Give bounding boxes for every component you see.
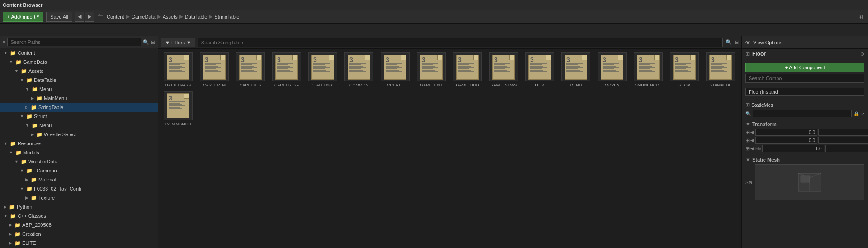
file-icon: 3: [275, 55, 298, 80]
file-item-onlinemode[interactable]: 3 ONLINEMODE: [632, 52, 665, 88]
expand-icon: ▼: [4, 212, 8, 220]
file-icon: 3: [384, 55, 406, 80]
rotation-y-field[interactable]: [818, 137, 868, 144]
file-item-career_sf[interactable]: 3 CAREER_SF: [270, 52, 303, 88]
location-y-field[interactable]: [818, 129, 868, 136]
sidebar-item-datatable[interactable]: ▼ 📁 DataTable: [0, 76, 158, 85]
expand-icon: ▼: [9, 148, 13, 157]
sidebar-item-wrestlerselect[interactable]: ▶ 📁 WrestlerSelect: [0, 130, 158, 139]
sidebar-item-mainmenu[interactable]: ▶ 📁 MainMenu: [0, 94, 158, 103]
search-paths-input[interactable]: [7, 38, 141, 46]
file-icon-wrap: 3: [381, 52, 410, 81]
sidebar-item-stringtable[interactable]: ▷ 📁 StringTable: [0, 103, 158, 112]
scale-x-field[interactable]: [762, 145, 824, 152]
file-item-stampede[interactable]: 3 STAMPEDE: [704, 52, 737, 88]
sidebar-item-elite[interactable]: ▶ 📁 ELITE: [0, 238, 158, 248]
file-item-game_ent[interactable]: 3 GAME_ENT: [415, 52, 448, 88]
breadcrumb-content[interactable]: Content: [107, 14, 124, 19]
file-label: STAMPEDE: [710, 83, 732, 88]
file-icon: 3: [492, 55, 515, 80]
view-options-button[interactable]: View Options: [753, 40, 783, 45]
file-icon: 3: [637, 55, 660, 80]
file-icon: 3: [239, 55, 262, 80]
sidebar-item-f0033[interactable]: ▼ 📁 F0033_02_Tay_Conti: [0, 184, 158, 193]
expand-icon: ▼: [4, 139, 8, 148]
expand-icon: ▶: [4, 203, 7, 211]
rotation-icon: ⊞: [745, 138, 750, 143]
location-x-field[interactable]: [755, 129, 817, 136]
transform-label: Transform: [752, 121, 777, 127]
sidebar-item-gamedata[interactable]: ▼ 📁 GameData: [0, 57, 158, 67]
breadcrumb-datatable[interactable]: DataTable: [185, 14, 208, 19]
expand-icon: ▶: [31, 130, 34, 138]
sidebar-item-creation[interactable]: ▶ 📁 Creation: [0, 229, 158, 238]
sidebar-item-python[interactable]: ▶ 📁 Python: [0, 202, 158, 211]
file-label: CAREER_M: [203, 83, 226, 88]
grid-view-button[interactable]: ⊞: [856, 12, 865, 21]
sidebar-item-texture[interactable]: ▶ 📁 Texture: [0, 193, 158, 202]
sidebar-item-wrestlerdata[interactable]: ▼ 📁 WrestlerData: [0, 157, 158, 166]
add-import-button[interactable]: + Add/Import ▾: [3, 12, 43, 22]
sidebar-item-material[interactable]: ▶ 📁 Material: [0, 175, 158, 184]
sidebar-item-struct[interactable]: ▼ 📁 Struct: [0, 112, 158, 121]
content-search-input[interactable]: [198, 38, 723, 47]
file-icon-wrap: 3: [670, 52, 699, 81]
file-item-career_s[interactable]: 3 CAREER_S: [234, 52, 267, 88]
file-item-challenge[interactable]: 3 CHALLENGE: [307, 52, 339, 88]
sidebar-item-menu2[interactable]: ▼ 📁 Menu: [0, 121, 158, 130]
breadcrumb: Content ▶ GameData ▶ Assets ▶ DataTable …: [107, 14, 239, 19]
save-all-button[interactable]: Save All: [46, 12, 72, 22]
main-content: ≡ 🔍 ⊟ ▼ 📁 Content ▼ 📁 GameData ▼ 📁: [0, 36, 868, 248]
file-item-career_m[interactable]: 3 CAREER_M: [198, 52, 231, 88]
sidebar-item-cplusplus[interactable]: ▼ 📁 C++ Classes: [0, 211, 158, 220]
file-item-create[interactable]: 3 CREATE: [379, 52, 411, 88]
file-item-menu[interactable]: 3 MENU: [560, 52, 592, 88]
static-mesh-section: ▼ Static Mesh Sta: [742, 155, 868, 202]
file-label: GAME_HUD: [456, 83, 479, 88]
file-item-shop[interactable]: 3 SHOP: [668, 52, 701, 88]
scale-y-field[interactable]: [825, 145, 868, 152]
file-icon: 3: [311, 55, 334, 80]
breadcrumb-gamedata[interactable]: GameData: [132, 14, 156, 19]
file-icon: 3: [565, 55, 587, 80]
file-label: CAREER_SF: [274, 83, 299, 88]
file-item-moves[interactable]: 3 MOVES: [596, 52, 628, 88]
file-label: GAME_ENT: [420, 83, 443, 88]
back-button[interactable]: ◀: [75, 12, 84, 22]
expand-icon: ▶: [31, 94, 34, 102]
expand-icon: ▶: [9, 230, 12, 238]
expand-icon: ▶: [25, 176, 28, 184]
collapse-icon2: ▼: [745, 157, 750, 162]
file-icon-wrap: 3: [561, 52, 590, 81]
file-item-game_hud[interactable]: 3 GAME_HUD: [451, 52, 484, 88]
content-filter-bar: ▼ Filters ▼ 🔍 ⊟: [158, 36, 741, 49]
rotation-x-field[interactable]: [755, 137, 817, 144]
file-item-item[interactable]: 3 ITEM: [524, 52, 556, 88]
file-item-game_news[interactable]: 3 GAME_NEWS: [487, 52, 520, 88]
add-component-button[interactable]: + Add Component: [745, 63, 864, 72]
sidebar-item-abp[interactable]: ▶ 📁 ABP_200508: [0, 220, 158, 229]
file-item-common[interactable]: 3 COMMON: [343, 52, 375, 88]
search-component-input[interactable]: [745, 74, 864, 83]
sidebar-item-common[interactable]: ▼ 📁 _Common: [0, 166, 158, 175]
sidebar-item-menu[interactable]: ▼ 📁 Menu: [0, 85, 158, 94]
filters-button[interactable]: ▼ Filters ▼: [161, 38, 195, 47]
arrow-icon: ↗: [861, 111, 864, 116]
scale-label: Me: [755, 146, 761, 151]
sidebar-item-resources[interactable]: ▼ 📁 Resources: [0, 139, 158, 148]
file-icon-wrap: 3: [525, 52, 554, 81]
floor-instance-label[interactable]: Floor(Instand: [745, 88, 864, 96]
sidebar-item-assets[interactable]: ▼ 📁 Assets: [0, 67, 158, 76]
breadcrumb-assets[interactable]: Assets: [163, 14, 178, 19]
sidebar-item-models[interactable]: ▼ 📁 Models: [0, 148, 158, 157]
file-item-rainingmod[interactable]: 3 RAININGMOD: [162, 91, 194, 127]
expand-icon: ▼: [4, 49, 8, 57]
forward-button[interactable]: ▶: [85, 12, 94, 22]
file-icon: 3: [673, 55, 696, 80]
expand-icon: ▼: [25, 121, 29, 129]
static-mes-search-input[interactable]: [753, 110, 852, 117]
file-item-battlepass[interactable]: 3 BATTLEPASS: [162, 52, 194, 88]
breadcrumb-stringtable[interactable]: StringTable: [214, 14, 239, 19]
sidebar-item-content[interactable]: ▼ 📁 Content: [0, 48, 158, 57]
file-icon-wrap: 3: [200, 52, 229, 81]
